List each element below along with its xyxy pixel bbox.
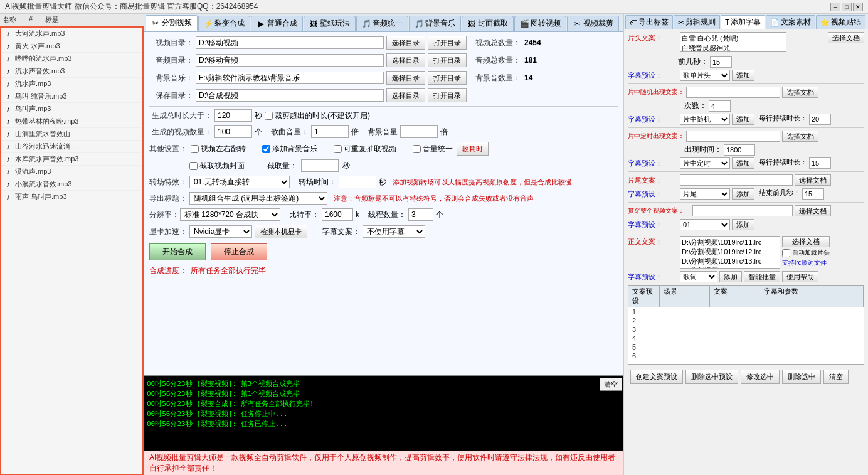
subtitle-select[interactable]: 不使用字幕: [363, 225, 425, 238]
mid-timed-select-btn[interactable]: 选择文档: [782, 131, 818, 142]
bg-music-open-btn[interactable]: 打开目录: [428, 71, 467, 85]
title-text-area[interactable]: [680, 32, 786, 52]
list-item[interactable]: ♪黄火 水声.mp3: [1, 40, 142, 53]
no-crop-check-label[interactable]: 裁剪超出的时长(不建议开启): [265, 110, 370, 121]
mid-rand-select-btn[interactable]: 选择文档: [782, 87, 818, 98]
bitrate-input[interactable]: [322, 208, 353, 221]
tab-audio-unify[interactable]: 🎵音频统一: [356, 16, 408, 31]
subtitle-preset3-select[interactable]: 片中定时: [680, 157, 730, 169]
subtitle-preset2-add-btn[interactable]: 添加: [732, 114, 754, 125]
subtitle-preset4-select[interactable]: 片尾: [680, 188, 730, 200]
no-crop-checkbox[interactable]: [265, 112, 273, 120]
video-dir-select-btn[interactable]: 选择目录: [386, 36, 425, 50]
subtitle-preset1-add-btn[interactable]: 添加: [732, 70, 754, 81]
mid-timed-input[interactable]: [686, 131, 780, 142]
flip-check-label[interactable]: 视频左右翻转: [191, 144, 246, 154]
detect-gpu-btn[interactable]: 检测本机显卡: [255, 225, 307, 238]
table-row[interactable]: 4: [628, 334, 864, 343]
audio-dir-select-btn[interactable]: 选择目录: [386, 53, 425, 67]
list-item[interactable]: ♪鸟叫 纯音乐.mp3: [1, 90, 142, 103]
subtitle-preset3-add-btn[interactable]: 添加: [732, 157, 754, 169]
save-dir-input[interactable]: [196, 89, 384, 102]
cut-amount-input[interactable]: [301, 159, 339, 172]
maximize-button[interactable]: □: [842, 3, 852, 11]
cut-cover-checkbox[interactable]: [189, 162, 198, 170]
list-item[interactable]: ♪哗哗的流水声.mp3: [1, 53, 142, 65]
modify-selected-btn[interactable]: 修改选中: [741, 370, 780, 384]
cut-cover-check-label[interactable]: 截取视频封面: [189, 161, 245, 171]
tab-crack[interactable]: ⚡裂变合成: [198, 16, 250, 31]
audio-dir-open-btn[interactable]: 打开目录: [428, 53, 467, 67]
subtitle-preset4-add-btn[interactable]: 添加: [732, 188, 754, 200]
transition-time-input[interactable]: [339, 176, 376, 188]
subtitle-preset1-select[interactable]: 歌单片头: [680, 70, 730, 81]
subtitle-preset2-select[interactable]: 片中随机: [680, 114, 730, 125]
list-item[interactable]: ♪热带丛林的夜晚.mp3: [1, 115, 142, 128]
export-tag-select[interactable]: 随机组合生成 (调用导出标签题): [189, 192, 327, 205]
minimize-button[interactable]: ─: [830, 3, 840, 11]
delete-chosen-btn[interactable]: 删除选中: [782, 370, 821, 384]
tab-normal[interactable]: ▶普通合成: [251, 16, 303, 31]
right-tab-export-tag[interactable]: 🏷导出标签: [625, 15, 673, 29]
right-tab-video-sticker[interactable]: ⭐视频贴纸: [816, 15, 865, 29]
main-text-area[interactable]: [680, 236, 780, 269]
batch-btn[interactable]: 智能批量: [744, 271, 780, 282]
time-consuming-btn[interactable]: 较耗时: [457, 142, 489, 156]
vol-unify-check-label[interactable]: 音量统一: [413, 144, 453, 154]
bg-vol-input[interactable]: [400, 125, 438, 138]
list-item[interactable]: ♪流水声音效.mp3: [1, 65, 142, 78]
max-duration-input[interactable]: [214, 109, 252, 122]
save-dir-open-btn[interactable]: 打开目录: [428, 88, 467, 102]
tab-bg-music[interactable]: 🎵背景音乐: [409, 16, 461, 31]
title-sec-input[interactable]: [710, 56, 732, 68]
subtitle-preset6-select[interactable]: 歌词: [680, 271, 717, 282]
appear-time-input[interactable]: [724, 144, 755, 156]
repeat-extract-checkbox[interactable]: [334, 145, 342, 153]
times-input[interactable]: [709, 100, 731, 112]
bg-music-input[interactable]: [196, 72, 384, 84]
auto-load-checkbox[interactable]: [782, 249, 790, 257]
save-dir-select-btn[interactable]: 选择目录: [386, 88, 425, 102]
list-item[interactable]: ♪雨声 鸟叫声.mp3: [1, 191, 142, 203]
transition-select[interactable]: 01.无转场直接转: [189, 176, 290, 188]
clear-btn[interactable]: 清空: [823, 370, 849, 384]
list-item[interactable]: ♪小溪流水音效.mp3: [1, 178, 142, 191]
mid-rand-input[interactable]: [686, 87, 780, 98]
create-preset-btn[interactable]: 创建文案预设: [630, 370, 683, 384]
full-video-input[interactable]: [692, 205, 793, 216]
list-item[interactable]: ♪山涧里流水音效山...: [1, 128, 142, 141]
table-row[interactable]: 1: [628, 307, 864, 316]
list-item[interactable]: ♪流水声.mp3: [1, 78, 142, 90]
vol-unify-checkbox[interactable]: [413, 145, 421, 153]
title-text-select-btn[interactable]: 选择文档: [828, 32, 864, 43]
stop-synthesis-button[interactable]: 停止合成: [211, 243, 267, 260]
right-tab-add-subtitle[interactable]: T添加字幕: [721, 15, 765, 29]
bg-music-select-btn[interactable]: 选择目录: [386, 71, 425, 85]
right-tab-copywriting[interactable]: 📄文案素材: [766, 15, 815, 29]
duration2-input[interactable]: [809, 114, 831, 125]
duration3-input[interactable]: [809, 157, 831, 169]
tail-text-select-btn[interactable]: 选择文档: [795, 174, 831, 186]
full-video-select-btn[interactable]: 选择文档: [795, 205, 831, 216]
tab-crop[interactable]: ✂视频裁剪: [567, 16, 619, 31]
close-button[interactable]: ✕: [853, 3, 863, 11]
tail-text-input[interactable]: [680, 174, 793, 186]
subtitle-preset6-add-btn[interactable]: 添加: [719, 271, 742, 282]
add-bg-music-check-label[interactable]: 添加背景音乐: [262, 144, 317, 154]
table-row[interactable]: 2: [628, 316, 864, 325]
table-row[interactable]: 5: [628, 343, 864, 351]
table-row[interactable]: 3: [628, 325, 864, 334]
tail-sec-input[interactable]: [802, 188, 824, 200]
delete-selected-preset-btn[interactable]: 删除选中预设: [685, 370, 738, 384]
thread-input[interactable]: [408, 208, 433, 221]
resolution-select[interactable]: 标准 1280*720 合成快: [180, 208, 280, 221]
subtitle-preset5-add-btn[interactable]: 添加: [732, 219, 754, 230]
tab-cover[interactable]: 🖼封面截取: [462, 16, 514, 31]
subtitle-preset5-select[interactable]: 01: [680, 219, 730, 230]
help-btn[interactable]: 使用帮助: [782, 271, 818, 282]
add-bg-music-checkbox[interactable]: [262, 145, 270, 153]
song-vol-input[interactable]: [311, 125, 349, 138]
tab-wallpaper[interactable]: 🖼壁纸玩法: [304, 16, 356, 31]
list-item[interactable]: ♪鸟叫声.mp3: [1, 103, 142, 115]
list-item[interactable]: ♪大河流水声.mp3: [1, 28, 142, 40]
